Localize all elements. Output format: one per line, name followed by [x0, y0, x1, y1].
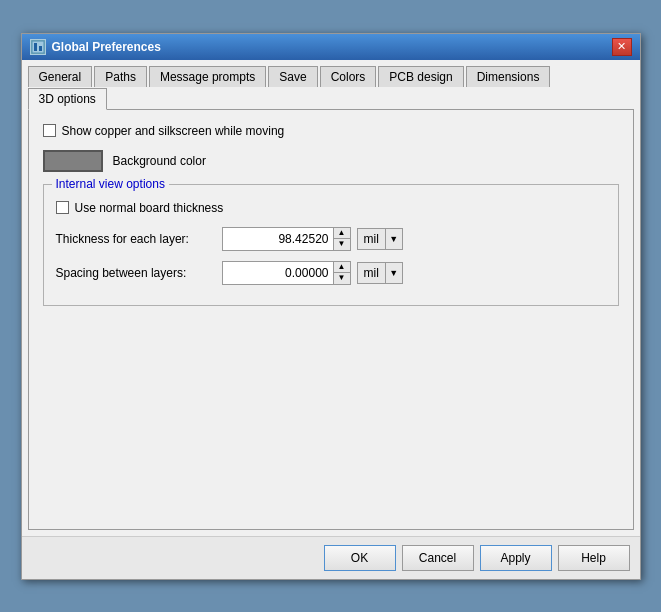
- ok-button[interactable]: OK: [324, 545, 396, 571]
- background-color-label: Background color: [113, 154, 206, 168]
- cancel-button[interactable]: Cancel: [402, 545, 474, 571]
- use-normal-thickness-label: Use normal board thickness: [75, 201, 224, 215]
- title-bar-left: Global Preferences: [30, 39, 161, 55]
- tab-save[interactable]: Save: [268, 66, 317, 87]
- spacing-unit-select[interactable]: mil ▼: [357, 262, 403, 284]
- show-copper-label: Show copper and silkscreen while moving: [62, 124, 285, 138]
- spacing-label: Spacing between layers:: [56, 266, 216, 280]
- thickness-unit-arrow[interactable]: ▼: [386, 229, 402, 249]
- title-bar: Global Preferences ✕: [22, 34, 640, 60]
- tab-bar: General Paths Message prompts Save Color…: [28, 66, 634, 110]
- show-copper-row: Show copper and silkscreen while moving: [43, 124, 619, 138]
- spacing-unit-label: mil: [358, 263, 386, 283]
- app-icon: [30, 39, 46, 55]
- thickness-spinbox: ▲ ▼: [222, 227, 351, 251]
- window-title: Global Preferences: [52, 40, 161, 54]
- spacing-spinbox: ▲ ▼: [222, 261, 351, 285]
- thickness-spin-buttons: ▲ ▼: [333, 228, 350, 250]
- apply-button[interactable]: Apply: [480, 545, 552, 571]
- spacing-spin-buttons: ▲ ▼: [333, 262, 350, 284]
- group-legend: Internal view options: [52, 177, 169, 191]
- background-color-row: Background color: [43, 150, 619, 172]
- thickness-input[interactable]: [223, 228, 333, 250]
- background-color-swatch[interactable]: [43, 150, 103, 172]
- spacing-spin-up[interactable]: ▲: [334, 262, 350, 273]
- tab-paths[interactable]: Paths: [94, 66, 147, 87]
- spacing-input[interactable]: [223, 262, 333, 284]
- svg-rect-2: [39, 46, 42, 51]
- thickness-label: Thickness for each layer:: [56, 232, 216, 246]
- main-window: Global Preferences ✕ General Paths Messa…: [21, 33, 641, 580]
- thickness-unit-select[interactable]: mil ▼: [357, 228, 403, 250]
- tab-pcb-design[interactable]: PCB design: [378, 66, 463, 87]
- thickness-spin-up[interactable]: ▲: [334, 228, 350, 239]
- tab-dimensions[interactable]: Dimensions: [466, 66, 551, 87]
- spacing-row: Spacing between layers: ▲ ▼ mil ▼: [56, 261, 606, 285]
- spacing-spin-down[interactable]: ▼: [334, 273, 350, 284]
- tab-3d-options[interactable]: 3D options: [28, 88, 107, 110]
- svg-rect-0: [32, 41, 44, 53]
- thickness-row: Thickness for each layer: ▲ ▼ mil ▼: [56, 227, 606, 251]
- tab-colors[interactable]: Colors: [320, 66, 377, 87]
- internal-view-options-group: Internal view options Use normal board t…: [43, 184, 619, 306]
- help-button[interactable]: Help: [558, 545, 630, 571]
- tab-content-3d: Show copper and silkscreen while moving …: [28, 110, 634, 530]
- tab-message-prompts[interactable]: Message prompts: [149, 66, 266, 87]
- dialog-content: General Paths Message prompts Save Color…: [22, 60, 640, 536]
- use-normal-thickness-row: Use normal board thickness: [56, 201, 606, 215]
- svg-rect-1: [34, 43, 37, 51]
- close-button[interactable]: ✕: [612, 38, 632, 56]
- use-normal-thickness-checkbox[interactable]: [56, 201, 69, 214]
- show-copper-checkbox[interactable]: [43, 124, 56, 137]
- tab-general[interactable]: General: [28, 66, 93, 87]
- thickness-spin-down[interactable]: ▼: [334, 239, 350, 250]
- thickness-unit-label: mil: [358, 229, 386, 249]
- spacing-unit-arrow[interactable]: ▼: [386, 263, 402, 283]
- dialog-footer: OK Cancel Apply Help: [22, 536, 640, 579]
